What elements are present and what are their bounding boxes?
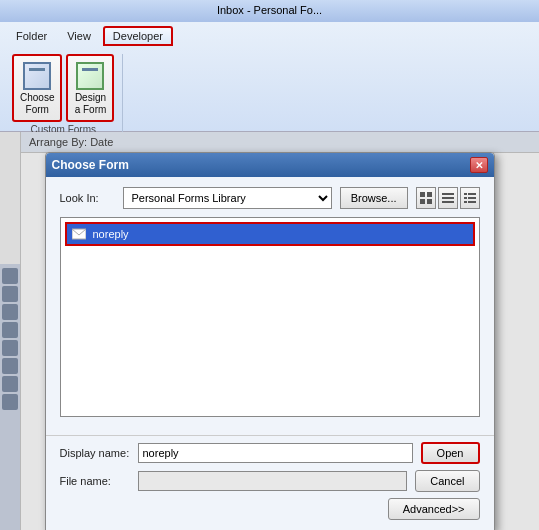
svg-rect-0 bbox=[420, 192, 425, 197]
design-form-icon bbox=[74, 60, 106, 92]
form-list-item[interactable]: noreply bbox=[65, 222, 475, 246]
dialog-close-button[interactable]: ✕ bbox=[470, 157, 488, 173]
svg-rect-7 bbox=[464, 193, 467, 195]
look-in-row: Look In: Personal Forms Library Browse..… bbox=[60, 187, 480, 209]
ribbon-tabs: Folder View Developer bbox=[8, 26, 531, 46]
svg-rect-6 bbox=[442, 201, 454, 203]
ribbon-group-buttons: ChooseForm Designa Form bbox=[12, 54, 114, 122]
main-area: Arrange By: Date Choose Form ✕ Look In: … bbox=[0, 132, 539, 530]
dialog-footer: Display name: Open File name: Cancel Adv… bbox=[46, 435, 494, 530]
look-in-label: Look In: bbox=[60, 192, 115, 204]
svg-rect-3 bbox=[427, 199, 432, 204]
file-name-row: File name: Cancel bbox=[60, 470, 480, 492]
cancel-button[interactable]: Cancel bbox=[415, 470, 479, 492]
details-icon bbox=[464, 192, 476, 204]
svg-rect-11 bbox=[464, 201, 467, 203]
view-buttons bbox=[416, 187, 480, 209]
tab-view[interactable]: View bbox=[59, 26, 99, 46]
svg-rect-10 bbox=[468, 197, 476, 199]
choose-form-button[interactable]: ChooseForm bbox=[12, 54, 62, 122]
choose-form-dialog: Choose Form ✕ Look In: Personal Forms Li… bbox=[45, 152, 495, 530]
dialog-body: Look In: Personal Forms Library Browse..… bbox=[46, 177, 494, 435]
tab-developer[interactable]: Developer bbox=[103, 26, 173, 46]
choose-form-label: ChooseForm bbox=[20, 92, 54, 116]
advanced-button[interactable]: Advanced>> bbox=[388, 498, 480, 520]
ribbon-content: ChooseForm Designa Form Custom Forms bbox=[8, 50, 531, 139]
design-form-button[interactable]: Designa Form bbox=[66, 54, 114, 122]
svg-rect-1 bbox=[427, 192, 432, 197]
ribbon: Folder View Developer ChooseForm Designa… bbox=[0, 22, 539, 132]
advanced-row: Advanced>> bbox=[60, 498, 480, 520]
display-name-row: Display name: Open bbox=[60, 442, 480, 464]
form-icon-shape bbox=[23, 62, 51, 90]
svg-rect-2 bbox=[420, 199, 425, 204]
dialog-overlay: Choose Form ✕ Look In: Personal Forms Li… bbox=[0, 132, 539, 530]
large-icons-icon bbox=[420, 192, 432, 204]
form-item-label: noreply bbox=[93, 228, 129, 240]
list-icon bbox=[442, 192, 454, 204]
ribbon-group-custom-forms: ChooseForm Designa Form Custom Forms bbox=[12, 54, 123, 135]
svg-rect-8 bbox=[468, 193, 476, 195]
view-large-icons-button[interactable] bbox=[416, 187, 436, 209]
look-in-select[interactable]: Personal Forms Library bbox=[123, 187, 332, 209]
svg-rect-4 bbox=[442, 193, 454, 195]
dialog-title: Choose Form bbox=[52, 158, 129, 172]
tab-folder[interactable]: Folder bbox=[8, 26, 55, 46]
design-form-label: Designa Form bbox=[75, 92, 107, 116]
title-bar: Inbox - Personal Fo... bbox=[0, 0, 539, 22]
file-name-label: File name: bbox=[60, 475, 130, 487]
choose-form-icon bbox=[21, 60, 53, 92]
display-name-label: Display name: bbox=[60, 447, 130, 459]
svg-rect-9 bbox=[464, 197, 467, 199]
form-item-icon bbox=[71, 226, 87, 242]
open-button[interactable]: Open bbox=[421, 442, 480, 464]
view-details-button[interactable] bbox=[460, 187, 480, 209]
display-name-input[interactable] bbox=[138, 443, 413, 463]
browse-button[interactable]: Browse... bbox=[340, 187, 408, 209]
svg-rect-5 bbox=[442, 197, 454, 199]
svg-rect-12 bbox=[468, 201, 476, 203]
title-bar-text: Inbox - Personal Fo... bbox=[217, 4, 322, 16]
design-icon-shape bbox=[76, 62, 104, 90]
dialog-titlebar: Choose Form ✕ bbox=[46, 153, 494, 177]
view-list-button[interactable] bbox=[438, 187, 458, 209]
file-name-input[interactable] bbox=[138, 471, 408, 491]
forms-list-area: noreply bbox=[60, 217, 480, 417]
envelope-icon bbox=[72, 227, 86, 241]
